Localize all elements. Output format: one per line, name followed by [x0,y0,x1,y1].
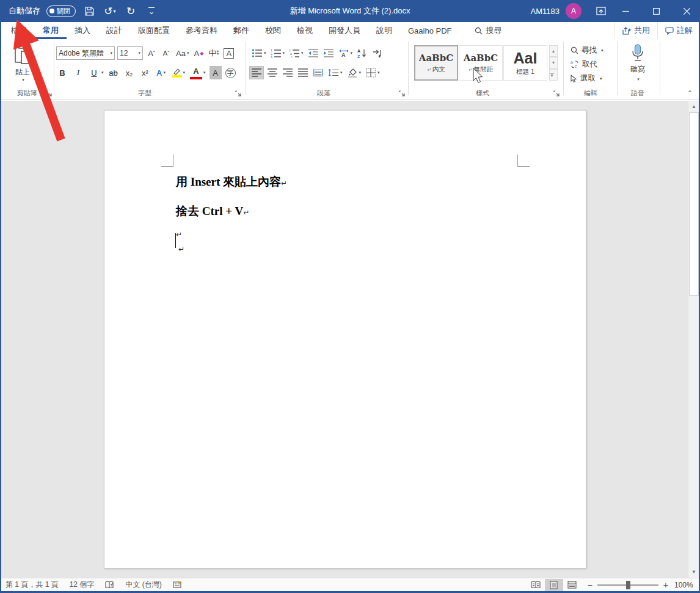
tab-developer[interactable]: 開發人員 [321,22,368,39]
justify-button[interactable] [296,66,310,79]
tab-home[interactable]: 常用 [35,22,67,39]
clipboard-dialog-launcher[interactable] [45,90,53,97]
ribbon-display-options-button[interactable] [594,3,608,19]
shrink-font-button[interactable]: Aˇ [160,46,172,60]
character-border-button[interactable]: A [222,46,235,60]
align-right-button[interactable] [281,66,294,79]
borders-button[interactable]: ▾ [364,66,381,79]
comments-button[interactable]: 註解 [657,22,700,39]
tab-view[interactable]: 檢視 [289,22,321,39]
find-button[interactable]: 尋找▾ [571,44,603,57]
save-button[interactable] [82,3,97,19]
decrease-indent-button[interactable] [307,46,320,60]
replace-button[interactable]: b c 取代 [571,58,597,71]
strikethrough-button[interactable]: ab [108,66,120,79]
document-page[interactable]: 用 Insert 來貼上內容↵ 捨去 Ctrl + V↵ ↵ ↵ [104,110,586,569]
chevron-down-icon: ▾ [22,78,24,82]
minimize-button[interactable] [612,0,639,22]
account-name[interactable]: AM1183 [531,7,560,16]
shading-button[interactable]: ▾ [346,66,363,79]
style-normal[interactable]: AaBbC ↵內文 [414,45,458,81]
style-heading1[interactable]: AaI 標題 1 [503,45,547,81]
word-count[interactable]: 12 個字 [64,578,100,591]
tab-mailings[interactable]: 郵件 [225,22,257,39]
line-spacing-button[interactable]: ▾ [327,66,344,79]
autosave-toggle[interactable]: 關閉 [46,5,76,17]
dictate-button[interactable]: 聽寫 ▾ [622,44,654,82]
scrollbar-thumb[interactable] [689,112,699,296]
asian-layout-button[interactable]: A ▾ [337,46,354,60]
gallery-up-button[interactable]: ▲ [549,45,558,57]
zoom-slider[interactable] [597,584,658,586]
ime-mode[interactable] [167,578,187,591]
tab-references[interactable]: 參考資料 [178,22,225,39]
proofing-status[interactable] [100,578,120,591]
sort-button[interactable]: A Z [355,46,369,60]
print-layout-button[interactable] [545,579,563,591]
font-dialog-launcher[interactable] [235,90,242,97]
underline-button[interactable]: U [88,66,100,79]
styles-dialog-launcher[interactable] [553,90,560,97]
paragraph-dialog-launcher[interactable] [398,90,406,97]
scroll-down-button[interactable]: ▼ [689,567,699,577]
tab-insert[interactable]: 插入 [67,22,98,39]
tab-review[interactable]: 校閱 [257,22,289,39]
numbered-list-button[interactable]: 123 ▾ [269,46,286,60]
style-no-spacing[interactable]: AaBbC ↵無間距 [459,45,503,81]
text-effects-button[interactable]: A▾ [155,66,167,79]
paste-button[interactable]: 貼上 ▾ [9,44,37,90]
zoom-in-button[interactable]: + [663,580,668,590]
page-indicator[interactable]: 第 1 頁，共 1 頁 [0,578,64,591]
subscript-button[interactable]: x₂ [123,66,136,79]
superscript-button[interactable]: x² [139,66,151,79]
vertical-scrollbar[interactable]: ▲ ▼ [688,101,699,578]
italic-button[interactable]: I [72,66,84,79]
customize-qat-button[interactable]: ⌄ [144,3,159,19]
print-layout-icon [550,581,558,589]
show-hide-marks-button[interactable] [371,46,384,60]
collapse-ribbon-button[interactable]: ⌃ [687,89,693,97]
font-color-button[interactable]: A [190,66,202,79]
grow-font-button[interactable]: Aˆ [145,46,158,60]
bullet-list-button[interactable]: ▾ [250,46,268,60]
bold-button[interactable]: B [56,66,68,79]
tab-layout[interactable]: 版面配置 [130,22,178,39]
increase-indent-button[interactable] [322,46,335,60]
highlight-button[interactable]: ▾ [171,66,187,79]
close-button[interactable] [673,0,700,22]
read-mode-button[interactable] [527,579,545,591]
zoom-slider-thumb[interactable] [626,581,630,589]
gallery-more-button[interactable]: —▼ [549,69,558,81]
tab-gaaiho-pdf[interactable]: Gaaiho PDF [400,22,460,39]
share-button[interactable]: 共用 [614,22,657,39]
language-indicator[interactable]: 中文 (台灣) [120,578,167,591]
distribute-button[interactable] [312,66,325,79]
undo-button[interactable]: ↺▾ [103,3,117,19]
tab-design[interactable]: 設計 [98,22,130,39]
zoom-level[interactable]: 100% [674,581,700,589]
align-left-button[interactable] [249,66,264,79]
zoom-out-button[interactable]: − [588,580,592,590]
avatar[interactable]: A [566,3,582,19]
clear-formatting-button[interactable]: A◆ [192,46,205,60]
chevron-down-icon[interactable]: ▾ [203,70,206,75]
change-case-button[interactable]: Aa▾ [175,46,190,60]
font-name-combo[interactable]: Adobe 繁黑體 ▾ [56,46,115,60]
chevron-down-icon[interactable]: ▾ [101,70,104,75]
phonetic-guide-button[interactable]: 中⁑ [207,46,220,60]
tab-file[interactable]: 檔案 [0,22,35,39]
gallery-down-button[interactable]: ▼ [549,57,558,68]
chevron-down-icon: ▾ [110,51,112,56]
align-center-button[interactable] [266,66,279,79]
search-box[interactable]: 搜尋 [475,22,502,39]
web-layout-button[interactable] [563,579,582,591]
maximize-button[interactable] [643,0,669,22]
character-shading-button[interactable]: A [210,66,222,79]
multilevel-list-button[interactable]: 1ai ▾ [288,46,305,60]
redo-button[interactable]: ↻ [123,3,138,19]
scroll-up-button[interactable]: ▲ [689,101,699,112]
font-size-combo[interactable]: 12 ▾ [117,46,143,60]
enclose-characters-button[interactable]: 字 [225,68,236,78]
select-button[interactable]: 選取▾ [571,72,602,85]
tab-help[interactable]: 說明 [368,22,400,39]
